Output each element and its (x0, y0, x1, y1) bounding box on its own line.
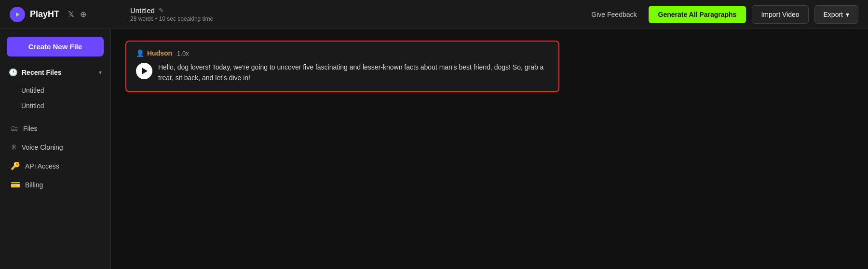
recent-file-item[interactable]: Untitled (7, 98, 104, 113)
billing-card-icon: 💳 (11, 180, 20, 189)
sparkle-icon: ✳ (11, 142, 17, 152)
recent-files-label: Recent Files (22, 69, 61, 76)
recent-files-chevron-icon: ▾ (99, 69, 102, 76)
voice-name: Hudson (147, 49, 172, 57)
sidebar-item-api-access[interactable]: 🔑 API Access (2, 156, 108, 175)
files-label: Files (23, 125, 38, 132)
playht-logo-text: PlayHT (30, 9, 59, 19)
voice-person-icon: 👤 (136, 49, 144, 57)
svg-marker-2 (142, 68, 148, 74)
voice-label: 👤 Hudson (136, 49, 172, 57)
sidebar-item-voice-cloning[interactable]: ✳ Voice Cloning (2, 138, 108, 156)
file-meta: 28 words • 10 sec speaking time (130, 15, 585, 22)
sidebar-item-billing[interactable]: 💳 Billing (2, 175, 108, 194)
recent-files-toggle[interactable]: 🕐 Recent Files ▾ (7, 64, 104, 81)
chevron-down-icon: ▾ (846, 11, 849, 18)
paragraph-card: 👤 Hudson 1.0x Hello, dog lovers! Today, … (125, 41, 559, 92)
billing-label: Billing (25, 181, 43, 189)
play-button[interactable] (136, 63, 152, 79)
main-content: 👤 Hudson 1.0x Hello, dog lovers! Today, … (111, 29, 868, 269)
twitter-icon[interactable]: 𝕏 (68, 10, 74, 19)
file-title: Untitled (130, 6, 155, 14)
give-feedback-button[interactable]: Give Feedback (585, 7, 642, 22)
api-access-label: API Access (25, 162, 59, 170)
folder-icon: 🗂 (11, 124, 18, 133)
sidebar: Create New File 🕐 Recent Files ▾ Untitle… (0, 29, 111, 269)
header-actions: Give Feedback Generate All Paragraphs Im… (585, 5, 858, 24)
recent-file-item[interactable]: Untitled (7, 83, 104, 98)
main-layout: Create New File 🕐 Recent Files ▾ Untitle… (0, 29, 868, 269)
paragraph-header: 👤 Hudson 1.0x (136, 49, 549, 57)
generate-all-paragraphs-button[interactable]: Generate All Paragraphs (649, 6, 746, 23)
file-title-row: Untitled ✎ (130, 6, 585, 14)
export-button[interactable]: Export ▾ (814, 5, 858, 24)
logo-area: PlayHT 𝕏 ⊕ (10, 7, 121, 22)
speed-label: 1.0x (177, 50, 189, 57)
edit-title-icon[interactable]: ✎ (159, 7, 164, 14)
sidebar-item-files[interactable]: 🗂 Files (2, 119, 108, 138)
recent-files-section: 🕐 Recent Files ▾ Untitled Untitled (0, 64, 110, 117)
key-icon: 🔑 (11, 161, 20, 170)
recent-files-list: Untitled Untitled (7, 81, 104, 117)
voice-cloning-label: Voice Cloning (22, 143, 63, 151)
discord-icon[interactable]: ⊕ (80, 10, 86, 19)
paragraph-body: Hello, dog lovers! Today, we're going to… (136, 62, 549, 84)
paragraph-text: Hello, dog lovers! Today, we're going to… (158, 62, 549, 84)
playht-logo-icon (10, 7, 25, 22)
import-video-button[interactable]: Import Video (752, 5, 808, 24)
create-new-file-button[interactable]: Create New File (7, 37, 104, 57)
recent-files-icon: 🕐 (9, 68, 18, 77)
app-header: PlayHT 𝕏 ⊕ Untitled ✎ 28 words • 10 sec … (0, 0, 868, 29)
header-center: Untitled ✎ 28 words • 10 sec speaking ti… (121, 6, 585, 22)
social-icons: 𝕏 ⊕ (68, 10, 86, 19)
